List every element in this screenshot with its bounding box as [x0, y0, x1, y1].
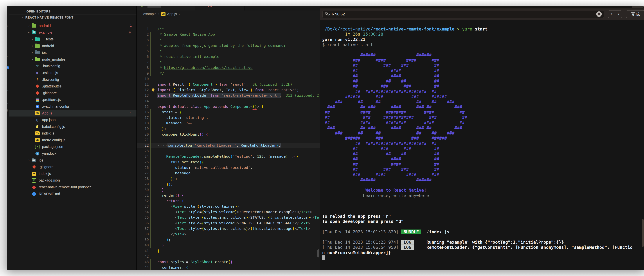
letter-icon[interactable]: B — [6, 109, 9, 112]
code-line-22[interactable]: 22····console.log('RemoteFontLoader:', R… — [137, 142, 320, 148]
code-line-31[interactable]: 31 render() { — [137, 192, 320, 198]
file-row-index-js[interactable]: JSindex.js — [9, 170, 136, 177]
code-line-17[interactable]: 17 status: 'starting', — [137, 115, 320, 120]
code-line-40[interactable]: 40 } — [137, 242, 320, 248]
terminal-line-13: ## ######################## ## — [322, 89, 644, 94]
search-input[interactable] — [332, 12, 596, 16]
code-line-15[interactable]: 15export default class App extends Compo… — [137, 104, 320, 109]
code-line-3[interactable]: 3 * — [137, 37, 320, 43]
file-row-ios[interactable]: ›ios — [9, 157, 136, 164]
file-row--watchmanconfig[interactable]: ◉.watchmanconfig — [9, 103, 136, 110]
file-row--gitignore[interactable]: .gitignore — [9, 90, 136, 96]
file-row-package-json[interactable]: JSpackage.json — [9, 177, 136, 184]
project-root-header[interactable]: › REACT-NATIVE-REMOTE-FONT — [9, 14, 136, 20]
code-line-30[interactable]: 30 } — [137, 187, 320, 192]
file-row--gitignore[interactable]: .gitignore — [9, 164, 136, 170]
code-line-10[interactable]: 10 — [137, 76, 320, 82]
code-line-44[interactable]: 44 container: { — [137, 264, 320, 270]
terminal-output[interactable]: ~/De/c/react-native/react-native-remote-… — [322, 27, 644, 270]
code-line-21[interactable]: 21 — [137, 137, 320, 142]
find-done-button[interactable]: 完成 — [626, 10, 644, 18]
terminal-line-7: ### #### #### ### — [322, 58, 644, 63]
file-row-yarn-lock[interactable]: yyarn.lock — [9, 150, 136, 157]
accounts-icon[interactable]: ○ — [6, 24, 9, 28]
code-line-36[interactable]: 36 <Text style={styles.welcome}>☆NATIVE … — [137, 220, 320, 226]
code-line-42[interactable]: 42 — [137, 254, 320, 259]
code-line-23[interactable]: 23 — [137, 148, 320, 154]
breadcrumb-file[interactable]: App.js — [167, 12, 177, 16]
code-line-9[interactable]: 9 */ — [137, 70, 320, 76]
code-line-18[interactable]: 18 message: '—-' — [137, 120, 320, 126]
tab-app-js[interactable] — [137, 6, 195, 10]
code-line-5[interactable]: 5 * — [137, 48, 320, 54]
code-line-12[interactable]: 12import { Platform, StyleSheet, Text, V… — [137, 87, 320, 92]
code-line-35[interactable]: 35 <Text style={styles.instructions}>STA… — [137, 215, 320, 220]
file-row-app-json[interactable]: {}app.json — [9, 116, 136, 123]
file-row-app-js[interactable]: JSApp.js1 — [9, 110, 136, 117]
file-row--gitattributes[interactable]: .gitattributes — [9, 83, 136, 90]
code-line-32[interactable]: 32 return ( — [137, 198, 320, 204]
file-row-readme-md[interactable]: iREADME.md — [9, 190, 136, 197]
open-editors-header[interactable]: › OPEN EDITORS — [9, 8, 136, 14]
code-line-16[interactable]: 16 state = { — [137, 109, 320, 115]
code-editor[interactable]: 1/**2 * Sample React Native App3 *4 * ad… — [137, 18, 320, 270]
code-line-29[interactable]: 29 }); — [137, 181, 320, 187]
search-icon[interactable]: ▾ — [325, 12, 330, 16]
circle-icon[interactable]: ○ — [6, 102, 9, 105]
code-line-43[interactable]: 43const styles = StyleSheet.create({ — [137, 259, 320, 264]
check-icon[interactable]: ✓ — [6, 90, 9, 93]
file-row--buckconfig[interactable]: Ψ.buckconfig — [9, 63, 136, 70]
terminal-line-38: To open developer menu press "d" — [322, 219, 644, 224]
lightbulb-icon[interactable] — [152, 88, 154, 91]
file-row-babel-config-js[interactable]: Bbabel.config.js — [9, 123, 136, 130]
code-line-7[interactable]: 7 * — [137, 59, 320, 65]
line-number: 33 — [137, 204, 149, 208]
code-line-4[interactable]: 4 * adapted from App.js generated by the… — [137, 43, 320, 48]
code-line-26[interactable]: 26 status: 'native callback received', — [137, 165, 320, 170]
file-row-android[interactable]: ›android — [9, 43, 136, 50]
run-icon[interactable]: ▷ — [6, 54, 9, 58]
breadcrumb-folder[interactable]: example — [143, 12, 156, 16]
file-row-metro-config-js[interactable]: JSmetro.config.js — [9, 137, 136, 144]
file-row--flowconfig[interactable]: ƒ.flowconfig — [9, 76, 136, 83]
file-row-example[interactable]: ›example — [9, 29, 136, 36]
terminal-line-37: To reload the app press "r" — [322, 214, 644, 219]
code-line-34[interactable]: 34 <Text style={styles.welcome}>☆RemoteF… — [137, 209, 320, 215]
code-line-13[interactable]: 13import RemoteFontLoader from 'react-na… — [137, 92, 320, 98]
code-line-11[interactable]: 11import React, { Component } from 'reac… — [137, 82, 320, 87]
file-row--prettierrc-js[interactable]: .prettierrc.js — [9, 96, 136, 103]
find-next-button[interactable]: › — [615, 10, 622, 18]
code-line-37[interactable]: 37 <Text style={styles.instructions}>{th… — [137, 226, 320, 231]
find-previous-button[interactable]: ‹ — [608, 10, 615, 18]
code-line-33[interactable]: 33 <View style={styles.container}> — [137, 204, 320, 209]
file-row-node-modules[interactable]: ›node_modules — [9, 56, 136, 63]
code-line-41[interactable]: 41} — [137, 248, 320, 254]
code-line-20[interactable]: 20 componentDidMount() { — [137, 132, 320, 137]
code-line-24[interactable]: 24 RemoteFontLoader.sampleMethod('Testin… — [137, 154, 320, 159]
line-number: 29 — [137, 182, 149, 186]
editor-scrollbar[interactable] — [318, 249, 319, 258]
terminal-scrollbar[interactable] — [642, 219, 644, 247]
code-line-25[interactable]: 25 this.setState({ — [137, 159, 320, 165]
code-line-1[interactable]: 1/** — [137, 26, 320, 32]
code-line-8[interactable]: 8 * https://github.com/facebook/react-na… — [137, 65, 320, 70]
clear-search-icon[interactable]: ✕ — [596, 12, 602, 17]
code-line-38[interactable]: 38 </View> — [137, 231, 320, 237]
breadcrumb-symbol[interactable]: … — [182, 12, 185, 16]
file-row--eslintrc-js[interactable]: ◈.eslintrc.js — [9, 70, 136, 76]
file-row--tests-[interactable]: ›__tests__ — [9, 36, 136, 43]
code-line-28[interactable]: 28 }); — [137, 176, 320, 181]
code-line-19[interactable]: 19 }; — [137, 126, 320, 132]
code-line-27[interactable]: 27 message — [137, 170, 320, 176]
file-row-ios[interactable]: ›ios — [9, 49, 136, 56]
file-row-react-native-remote-font-podspec[interactable]: react-native-remote-font.podspec — [9, 184, 136, 190]
tab-other[interactable] — [195, 6, 245, 10]
code-line-2[interactable]: 2 * Sample React Native App — [137, 32, 320, 37]
code-line-39[interactable]: 39 ); — [137, 237, 320, 242]
file-row-package-json[interactable]: JSpackage.json — [9, 144, 136, 150]
code-line-14[interactable]: 14 — [137, 98, 320, 104]
file-row-index-js[interactable]: JSindex.js — [9, 130, 136, 137]
key-icon[interactable]: – — [6, 46, 9, 50]
file-row-android[interactable]: ›android1 — [9, 22, 136, 29]
code-line-6[interactable]: 6 * react-native init example — [137, 54, 320, 59]
